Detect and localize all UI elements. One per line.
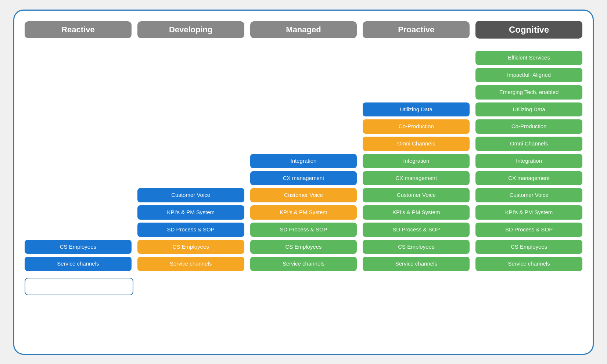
chip-managed-10: CS Employees: [250, 240, 357, 254]
chip-reactive-3: [25, 106, 132, 122]
header-reactive: Reactive: [25, 21, 132, 38]
chip-developing-10: CS Employees: [137, 240, 244, 254]
chip-cognitive-9: KPI's & PM System: [475, 205, 582, 220]
chip-developing-2: [137, 93, 244, 109]
chip-cognitive-10: SD Process & SOP: [475, 223, 582, 237]
column-proactive: Utilizing DataCo-ProductionOmni Channels…: [363, 45, 470, 271]
chip-reactive-9: [25, 221, 132, 237]
header-managed: Managed: [250, 21, 357, 38]
chip-developing-7: Customer Voice: [137, 188, 244, 202]
legend-chip-advanced: Advanced: [58, 281, 93, 292]
chip-cognitive-11: CS Employees: [475, 240, 582, 254]
chip-proactive-11: CS Employees: [363, 240, 470, 254]
chip-developing-11: Service channels: [137, 257, 244, 271]
legend-row: BasicAdvancedMatured: [25, 278, 582, 295]
chip-reactive-6: [25, 163, 132, 180]
chip-managed-2: [250, 97, 357, 113]
chip-reactive-11: Service channels: [25, 257, 132, 271]
chip-proactive-7: CX management: [363, 171, 470, 185]
chip-developing-9: SD Process & SOP: [137, 223, 244, 237]
chip-cognitive-3: Utilizing Data: [475, 102, 582, 117]
chip-managed-11: Service channels: [250, 257, 357, 271]
chip-proactive-4: Co-Production: [363, 119, 470, 134]
chip-proactive-9: KPI's & PM System: [363, 205, 470, 220]
chip-developing-8: KPI's & PM System: [137, 205, 244, 220]
chip-proactive-2: [363, 83, 470, 100]
chip-cognitive-7: CX management: [475, 171, 582, 185]
chip-cognitive-8: Customer Voice: [475, 188, 582, 202]
chip-developing-1: [137, 73, 244, 90]
column-cognitive: Efficient ServicesImpactful- AlignedEmer…: [475, 51, 582, 271]
chip-managed-8: KPI's & PM System: [250, 205, 357, 220]
chip-proactive-1: [363, 64, 470, 80]
chip-cognitive-12: Service channels: [475, 257, 582, 271]
chip-managed-9: SD Process & SOP: [250, 223, 357, 237]
header-proactive: Proactive: [363, 21, 470, 38]
header-row: ReactiveDevelopingManagedProactiveCognit…: [25, 21, 582, 39]
chip-reactive-2: [25, 87, 132, 103]
chip-managed-0: [250, 58, 357, 75]
column-reactive: CS EmployeesService channels: [25, 49, 132, 271]
columns-area: CS EmployeesService channelsCustomer Voi…: [25, 45, 582, 271]
chip-reactive-10: CS Employees: [25, 240, 132, 254]
chip-reactive-8: [25, 202, 132, 218]
column-developing: Customer VoiceKPI's & PM SystemSD Proces…: [137, 54, 244, 271]
chip-proactive-8: Customer Voice: [363, 188, 470, 202]
chip-proactive-10: SD Process & SOP: [363, 223, 470, 237]
chip-developing-4: [137, 131, 244, 147]
chip-developing-6: [137, 169, 244, 185]
chip-cognitive-2: Emerging Tech. enabled: [475, 85, 582, 100]
legend-chip-basic: Basic: [30, 281, 55, 292]
chip-proactive-0: [363, 45, 470, 61]
legend-chip-matured: Matured: [97, 281, 127, 292]
chip-developing-5: [137, 150, 244, 166]
header-developing: Developing: [137, 21, 244, 38]
chip-cognitive-4: Co-Production: [475, 119, 582, 134]
column-managed: IntegrationCX managementCustomer VoiceKP…: [250, 58, 357, 271]
chip-developing-3: [137, 112, 244, 128]
chip-reactive-4: [25, 125, 132, 141]
chip-proactive-5: Omni Channels: [363, 137, 470, 151]
chip-managed-6: CX management: [250, 171, 357, 185]
chip-cognitive-6: Integration: [475, 154, 582, 168]
chip-cognitive-5: Omni Channels: [475, 137, 582, 151]
main-container: ReactiveDevelopingManagedProactiveCognit…: [13, 10, 594, 355]
chip-reactive-7: [25, 183, 132, 199]
chip-reactive-1: [25, 68, 132, 84]
header-cognitive: Cognitive: [475, 21, 582, 39]
chip-reactive-0: [25, 49, 132, 65]
chip-reactive-5: [25, 144, 132, 161]
chip-proactive-6: Integration: [363, 154, 470, 168]
chip-cognitive-0: Efficient Services: [475, 51, 582, 65]
chip-managed-3: [250, 116, 357, 132]
chip-proactive-12: Service channels: [363, 257, 470, 271]
legend-box: BasicAdvancedMatured: [25, 278, 133, 295]
chip-proactive-3: Utilizing Data: [363, 102, 470, 117]
chip-cognitive-1: Impactful- Aligned: [475, 68, 582, 82]
chip-managed-4: [250, 135, 357, 151]
chip-managed-5: Integration: [250, 154, 357, 168]
chip-managed-1: [250, 78, 357, 94]
chip-managed-7: Customer Voice: [250, 188, 357, 202]
chip-developing-0: [137, 54, 244, 71]
